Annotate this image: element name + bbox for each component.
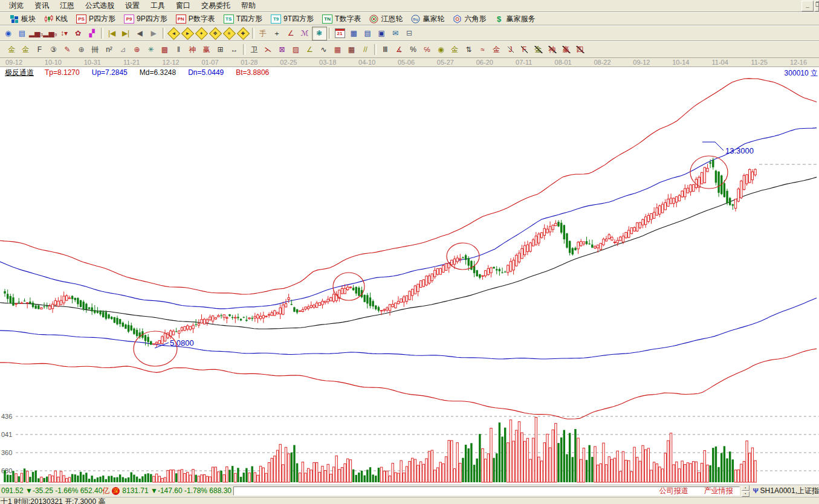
- gold-circle-icon[interactable]: ◉: [434, 44, 448, 56]
- last-icon[interactable]: ▶|: [119, 27, 133, 40]
- diamond-right-icon[interactable]: ►: [181, 27, 195, 40]
- prev-icon[interactable]: ◀: [133, 27, 147, 40]
- restore-button[interactable]: ❐: [815, 1, 819, 11]
- menu-item-1[interactable]: 资讯: [29, 0, 54, 12]
- f-ruler-icon[interactable]: F: [33, 44, 47, 56]
- p-table-button[interactable]: PNP数字表: [172, 13, 219, 25]
- diamond-updown-icon[interactable]: ✦: [195, 27, 209, 40]
- candle-period-icon[interactable]: ↕▾: [57, 27, 71, 40]
- crosshair-icon[interactable]: ＋: [270, 27, 284, 40]
- wei-tool-icon[interactable]: 卫: [247, 44, 261, 56]
- menu-item-6[interactable]: 窗口: [170, 0, 196, 12]
- hand-icon[interactable]: 手: [256, 27, 270, 40]
- gold-ruler-1-icon[interactable]: 金: [5, 44, 19, 56]
- winner-service-button[interactable]: $赢家服务: [491, 13, 539, 25]
- j-angle-icon[interactable]: J: [503, 44, 517, 56]
- three-ruler-icon[interactable]: ③: [47, 44, 60, 56]
- p-square-button[interactable]: PSP四方形: [73, 13, 119, 25]
- first-icon[interactable]: |◀: [105, 27, 119, 40]
- gann-tool-icon[interactable]: ℳ: [298, 27, 312, 40]
- wave-icon[interactable]: ∿: [317, 44, 331, 56]
- grid-red-icon[interactable]: ▦: [331, 44, 345, 56]
- gold-ruler-2-icon[interactable]: 金: [19, 44, 33, 56]
- menu-item-3[interactable]: 公式选股: [80, 0, 120, 12]
- hexagon-button[interactable]: 六角形: [449, 13, 490, 25]
- gold-red-icon[interactable]: 金: [490, 44, 503, 56]
- mirror-angle-icon[interactable]: ⊿: [116, 44, 130, 56]
- ying-ruler-icon[interactable]: 赢: [199, 44, 213, 56]
- circle-cross-icon[interactable]: ⊕: [130, 44, 144, 56]
- updown-tool-icon[interactable]: ⇅: [462, 44, 476, 56]
- print-icon[interactable]: ⊟: [403, 27, 416, 40]
- menu-item-7[interactable]: 交易委托: [196, 0, 236, 12]
- menu-item-4[interactable]: 设置: [120, 0, 145, 12]
- gann-wheel-button[interactable]: 江恩轮: [366, 13, 406, 25]
- chart3-icon[interactable]: ▂▅₃: [29, 27, 43, 40]
- n2-ruler-icon[interactable]: n²: [102, 44, 116, 56]
- gold-angle-icon[interactable]: 金: [531, 44, 545, 56]
- menu-item-8[interactable]: 帮助: [236, 0, 261, 12]
- web-grid-icon[interactable]: ▩: [158, 44, 172, 56]
- next-icon[interactable]: ▶: [147, 27, 161, 40]
- star-web-icon[interactable]: ✳: [144, 44, 158, 56]
- minimize-button[interactable]: _: [801, 1, 814, 11]
- t-square-button[interactable]: TST四方形: [220, 13, 266, 25]
- ticker-spinner[interactable]: ▴ ▾: [742, 485, 749, 497]
- 9p-square-button[interactable]: P99P四方形: [120, 13, 171, 25]
- gold-line-icon[interactable]: 金: [448, 44, 462, 56]
- info-ticker-box[interactable]: 公司报道 产业情报: [233, 486, 740, 496]
- kline-button[interactable]: K线: [40, 13, 71, 25]
- shen-angle-icon[interactable]: 神: [545, 44, 559, 56]
- brain-icon[interactable]: ❃: [312, 27, 327, 40]
- winner-wheel-button[interactable]: Big赢家轮: [407, 13, 448, 25]
- angle-lines-icon[interactable]: ∠: [303, 44, 317, 56]
- clipped-icon[interactable]: ◉: [1, 27, 15, 40]
- t-table-button[interactable]: TNT数字表: [319, 13, 364, 25]
- menu-item-5[interactable]: 工具: [145, 0, 170, 12]
- double-bar-icon[interactable]: ǁ: [172, 44, 186, 56]
- blocks-button[interactable]: 板块: [6, 13, 39, 25]
- chart9-icon[interactable]: ▂▅₉: [43, 27, 57, 40]
- width-ruler-icon[interactable]: ↔: [227, 44, 241, 56]
- tick-ruler-icon[interactable]: 卌: [88, 44, 102, 56]
- diamond-left-icon[interactable]: ◄: [167, 27, 181, 40]
- fan-box-purple-icon[interactable]: ⊠: [275, 44, 289, 56]
- diamond-star-icon[interactable]: ✳: [222, 27, 236, 40]
- swing-tool-icon[interactable]: ≈: [476, 44, 490, 56]
- report-icon[interactable]: ▤: [15, 27, 29, 40]
- save-icon[interactable]: ▣: [375, 27, 389, 40]
- four-angle-icon[interactable]: 四: [573, 44, 587, 56]
- main-kline-chart[interactable]: 43604136068013.30005.0800: [0, 68, 819, 485]
- histogram-icon[interactable]: ▞: [85, 27, 99, 40]
- angle-icon[interactable]: ∠: [284, 27, 298, 40]
- menu-item-2[interactable]: 江恩: [54, 0, 80, 12]
- bars-tool-icon[interactable]: Ⅲ: [378, 44, 392, 56]
- mail-icon[interactable]: ✉: [389, 27, 403, 40]
- calculator-icon[interactable]: ▦: [347, 27, 361, 40]
- menu-item-0[interactable]: 浏览: [4, 0, 29, 12]
- chart-area[interactable]: 极反通道 Tp=8.1270Up=7.2845Md=6.3248Dn=5.044…: [0, 67, 819, 485]
- grid-dark-icon[interactable]: ▦: [345, 44, 358, 56]
- calendar-icon[interactable]: 21: [333, 27, 347, 40]
- diamond-cross-icon[interactable]: ✥: [209, 27, 222, 40]
- f-angle-icon[interactable]: F: [517, 44, 531, 56]
- fan-lines-icon[interactable]: ⋋: [261, 44, 275, 56]
- circle-ruler-icon[interactable]: ⊕: [74, 44, 88, 56]
- ruler-123-icon[interactable]: ⊞: [213, 44, 227, 56]
- spin-down-button[interactable]: ▾: [742, 491, 749, 497]
- pen-ruler-icon[interactable]: ✎: [60, 44, 74, 56]
- percent-line-icon[interactable]: ℅: [420, 44, 434, 56]
- 9t-square-button[interactable]: T99T四方形: [267, 13, 317, 25]
- percent-icon[interactable]: %: [406, 44, 420, 56]
- notepad-icon[interactable]: ▤: [361, 27, 375, 40]
- angle-percent-icon[interactable]: ∡: [392, 44, 406, 56]
- knot-icon[interactable]: ✿: [71, 27, 85, 40]
- spin-up-button[interactable]: ▴: [742, 485, 749, 491]
- ying-angle-icon[interactable]: 赢: [559, 44, 573, 56]
- fan-box-red-icon[interactable]: ▨: [289, 44, 303, 56]
- industry-intel-link[interactable]: 产业情报: [704, 486, 733, 496]
- diamond-plus-icon[interactable]: ✚: [236, 27, 250, 40]
- slash-lines-icon[interactable]: //: [358, 44, 372, 56]
- shen-ruler-icon[interactable]: 神: [186, 44, 199, 56]
- company-report-link[interactable]: 公司报道: [659, 486, 688, 496]
